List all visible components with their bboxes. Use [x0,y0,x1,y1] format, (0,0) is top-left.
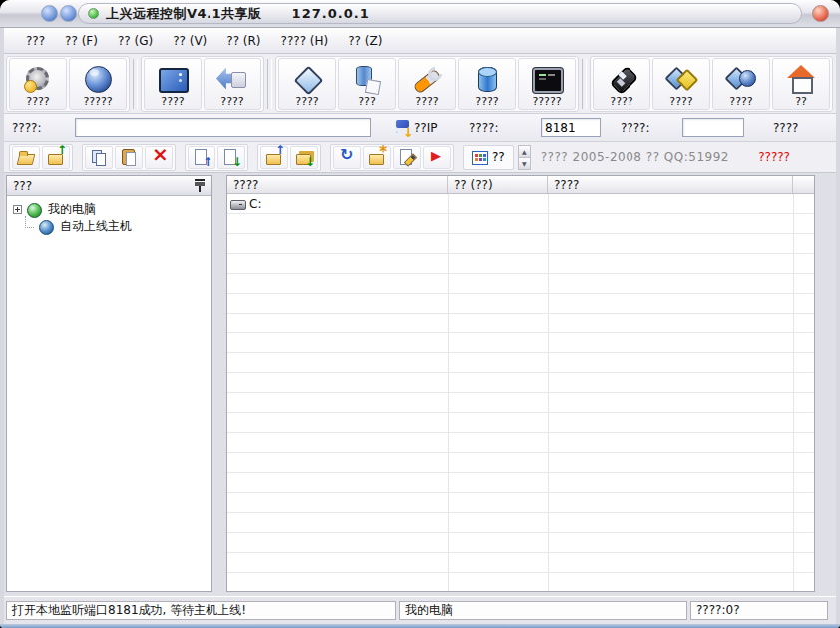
titlebar: 上兴远程控制V4.1共享版 127.0.0.1 [0,0,840,28]
pin-icon[interactable] [194,178,206,193]
toolbar-button-label: ????? [532,95,561,108]
paste-button[interactable] [115,146,143,169]
refresh-icon [338,148,356,166]
toolbar-button-label: ???? [220,95,243,108]
toolbar-button-label: ???? [729,95,752,108]
tree-item-auto-online-hosts[interactable]: 自动上线主机 [9,218,210,235]
toolbar-button-label: ???? [475,95,498,108]
gear-icon [22,65,54,95]
address-input[interactable] [75,118,371,137]
run-icon [428,148,446,166]
panel-splitter[interactable] [212,175,226,592]
toolbar-button-label: ???? [610,95,632,108]
toolbar-button-tools[interactable]: ???? [398,58,456,110]
column-header[interactable]: ???? [227,176,448,193]
column-header[interactable]: ?? (??) [448,176,548,193]
save-ip-label[interactable]: ??IP [414,121,438,135]
folder-download-button[interactable] [290,146,318,169]
column-header[interactable]: ???? [548,176,793,193]
refresh-button[interactable] [333,146,361,169]
toolbar-group: ???? ????? [6,56,130,112]
column-header[interactable] [793,176,814,193]
file-toolbar: ?? ???? 2005-2008 ?? QQ:51992 ????? [4,142,836,173]
save-ip-icon[interactable] [396,119,413,136]
copy-button[interactable] [85,146,113,169]
menu-f[interactable]: ?? (F) [55,31,108,51]
delete-icon [150,148,168,166]
file-download-button[interactable] [217,146,245,169]
connection-bar: ????: ??IP ????: ????: ???? [4,114,836,142]
view-mode-label: ?? [492,150,505,164]
delete-button[interactable] [145,146,173,169]
status-message: 打开本地监听端口8181成功, 等待主机上线! [6,601,396,620]
wrench-icon [411,65,443,95]
terminal-icon [531,65,563,95]
toolbar-button-terminal[interactable]: ????? [518,58,576,110]
toolbar-button-database[interactable]: ???? [458,58,516,110]
maximize-button[interactable] [60,5,77,22]
cell-name: C: [227,196,448,212]
toolbar-button-label: ??? [358,95,376,108]
menu-v[interactable]: ?? (V) [163,31,216,51]
toolbar-button-label: ?? [795,95,807,108]
sidebar: ??? 我的电脑 自动上线主机 [6,175,212,592]
toolbar-button-plugin[interactable]: ???? [652,58,710,110]
file-toolbar-group [82,144,176,171]
toolbar-button-remote[interactable]: ???? [593,58,650,110]
window-title: 上兴远程控制V4.1共享版 [106,5,262,23]
page-down-icon [222,148,240,166]
port-input[interactable] [541,118,601,137]
secondary-input[interactable] [682,118,744,137]
file-toolbar-group [185,144,248,171]
rename-button[interactable] [393,146,421,169]
toolbar-button-send[interactable]: ???? [204,58,261,110]
folder-upload-green-button[interactable] [42,146,70,169]
folder-up-green-icon [47,148,65,166]
new-folder-icon [368,148,386,166]
folder-upload-button[interactable] [260,146,288,169]
sidebar-header: ??? [7,176,211,196]
toolbar-button-files[interactable]: ???? [278,58,336,110]
open-button[interactable] [12,146,40,169]
tree-item-label: 我的电脑 [48,201,96,218]
spin-up-button[interactable] [519,146,530,158]
spin-control [518,145,531,170]
file-upload-button[interactable] [188,146,215,169]
blue-globe-icon [38,218,56,236]
table-row[interactable]: C: [227,194,814,213]
folder-open-icon [17,148,35,166]
menu-g[interactable]: ?? (G) [108,31,163,51]
menu-main[interactable]: ??? [16,31,55,51]
diamond-star-icon [665,65,697,95]
address-label: ????: [12,121,42,135]
notice-text: ????? [758,150,790,164]
action-label[interactable]: ???? [773,121,798,135]
toolbar-button-screen[interactable]: ???? [144,58,202,110]
tree-item-my-computer[interactable]: 我的电脑 [9,201,210,218]
green-globe-icon [26,201,44,219]
toolbar-button-process[interactable]: ??? [338,58,396,110]
toolbar-separator [582,59,587,109]
drive-icon [230,196,246,212]
minimize-button[interactable] [41,5,58,22]
view-mode-button[interactable]: ?? [463,145,514,170]
spin-down-button[interactable] [519,158,530,169]
new-folder-button[interactable] [363,146,391,169]
toolbar-button-network[interactable]: ????? [69,58,127,110]
toolbar-button-web[interactable]: ???? [712,58,770,110]
toolbar-button-settings[interactable]: ???? [9,58,67,110]
close-button[interactable] [812,5,829,22]
menu-r[interactable]: ?? (R) [216,31,270,51]
toolbar-separator [267,59,272,109]
toolbar-button-home[interactable]: ?? [772,58,830,110]
menu-h[interactable]: ???? (H) [271,31,339,51]
sidebar-title: ??? [13,179,32,193]
toolbar-button-label: ???? [295,95,318,108]
toolbar-button-label: ???? [26,95,49,108]
menu-z[interactable]: ?? (Z) [338,31,392,51]
expand-icon[interactable] [13,205,22,214]
host-tree: 我的电脑 自动上线主机 [7,196,211,240]
monitor-icon [157,65,189,95]
run-button[interactable] [423,146,451,169]
title-ip: 127.0.0.1 [292,6,370,21]
